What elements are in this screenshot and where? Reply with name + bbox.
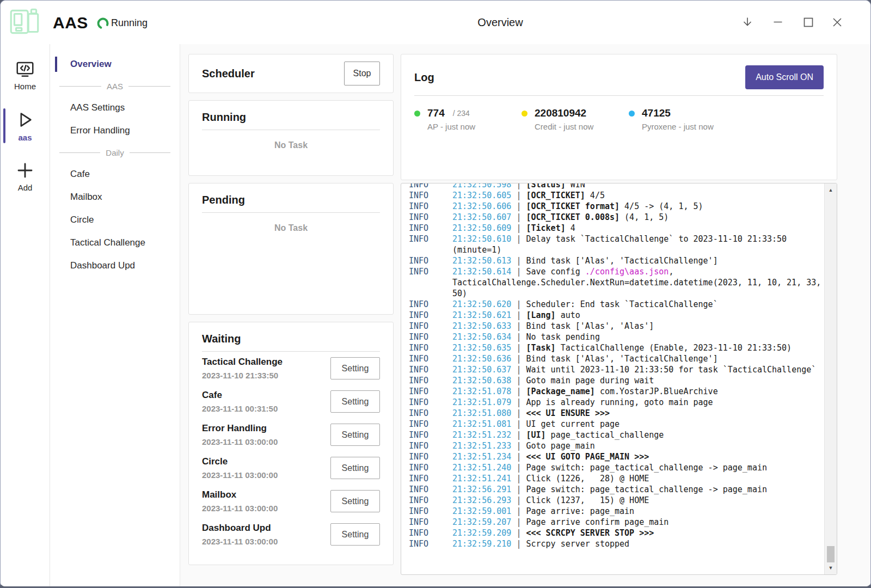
menu-item-tactical-challenge[interactable]: Tactical Challenge <box>50 231 180 254</box>
scheduler-stop-button[interactable]: Stop <box>344 62 380 85</box>
maximize-icon[interactable] <box>796 10 820 34</box>
menu-item-mailbox[interactable]: Mailbox <box>50 186 180 209</box>
menu-item-overview[interactable]: Overview <box>50 53 180 76</box>
log-separator: | <box>511 191 526 200</box>
menu-item-aas-settings[interactable]: AAS Settings <box>50 96 180 119</box>
running-spinner-icon <box>96 17 109 30</box>
log-entry: INFO21:32:51.081 | UI get current page <box>409 419 822 430</box>
rail-item-home[interactable]: Home <box>1 57 50 93</box>
scrollbar-up-icon[interactable]: ▲ <box>825 185 837 195</box>
log-text: [OCR_TICKET] <box>526 191 585 200</box>
config-menu: OverviewAASAAS SettingsError HandlingDai… <box>50 44 180 588</box>
log-entry: INFO21:32:59.209 | <<< SCRCPY SERVER STO… <box>409 528 822 538</box>
stat-value: 774 <box>427 107 445 119</box>
log-timestamp: 21:32:51.078 <box>452 387 511 396</box>
log-separator: | <box>511 321 526 331</box>
task-setting-button[interactable]: Setting <box>330 457 380 479</box>
log-timestamp: 21:32:50.636 <box>452 354 511 364</box>
log-timestamp: 21:32:50.613 <box>452 256 511 266</box>
task-setting-button[interactable]: Setting <box>330 357 380 379</box>
log-level: INFO <box>409 375 428 386</box>
scrollbar-thumb[interactable] <box>827 546 835 562</box>
rail-item-add[interactable]: Add <box>1 158 50 194</box>
log-text: 4 <box>566 223 575 233</box>
log-entry: INFO21:32:50.636 | Bind task ['Alas', 'T… <box>409 353 822 364</box>
stat-dot <box>414 111 420 117</box>
log-message: 21:32:51.233 | Goto page_main <box>452 441 595 451</box>
log-level: INFO <box>409 451 428 462</box>
download-update-icon[interactable] <box>735 10 759 34</box>
task-next-run: 2023-11-10 21:33:50 <box>202 371 283 380</box>
scheduler-card: Scheduler Stop <box>188 54 394 93</box>
log-text: WIN <box>566 183 585 189</box>
log-level: INFO <box>409 408 428 419</box>
active-indicator <box>3 108 5 143</box>
log-separator: | <box>511 463 526 473</box>
log-separator: | <box>511 256 526 266</box>
menu-item-label: Circle <box>70 215 94 225</box>
log-timestamp: 21:32:50.634 <box>452 332 511 342</box>
scheduler-title: Scheduler <box>202 68 255 80</box>
menu-item-circle[interactable]: Circle <box>50 209 180 231</box>
log-timestamp: 21:32:50.614 <box>452 267 511 277</box>
task-setting-button[interactable]: Setting <box>330 390 380 413</box>
log-separator: | <box>511 441 526 451</box>
waiting-task-row: Tactical Challenge2023-11-10 21:33:50Set… <box>202 352 380 385</box>
log-message: 21:32:59.207 | Page arrive confirm page_… <box>452 517 668 527</box>
home-icon <box>15 59 35 79</box>
log-text: Wait until 2023-11-10 21:33:50 for task … <box>526 365 816 375</box>
auto-scroll-toggle[interactable]: Auto Scroll ON <box>745 65 824 89</box>
log-text: TacticalChallenge (Enable, 2023-11-10 21… <box>556 343 792 353</box>
log-entry: INFO21:32:50.633 | Bind task ['Alas', 'A… <box>409 321 822 332</box>
log-message: 21:32:51.080 | <<< UI ENSURE >>> <box>452 408 610 418</box>
task-setting-button[interactable]: Setting <box>330 424 380 446</box>
scrollbar-down-icon[interactable]: ▼ <box>825 562 837 573</box>
log-message: 21:32:51.079 | App is already running, g… <box>452 397 713 407</box>
waiting-task-row: Circle2023-11-11 03:00:00Setting <box>202 451 380 485</box>
log-scrollbar[interactable]: ▲ ▼ <box>824 183 837 574</box>
log-separator: | <box>511 430 526 440</box>
menu-item-label: Cafe <box>70 169 90 180</box>
log-timestamp: 21:32:50.605 <box>452 191 511 200</box>
task-setting-button[interactable]: Setting <box>330 523 380 546</box>
log-level: INFO <box>409 299 428 310</box>
log-level: INFO <box>409 190 428 201</box>
menu-item-error-handling[interactable]: Error Handling <box>50 119 180 142</box>
waiting-task-row: Error Handling2023-11-11 03:00:00Setting <box>202 418 380 451</box>
minimize-icon[interactable] <box>766 10 790 34</box>
log-text: [Lang] <box>526 310 555 320</box>
log-separator: | <box>511 223 526 233</box>
log-separator: | <box>511 354 526 364</box>
log-message: 21:32:50.636 | Bind task ['Alas', 'Tacti… <box>452 354 718 364</box>
log-message: 21:32:51.078 | [Package_name] com.Yostar… <box>452 387 718 396</box>
rail-item-aas[interactable]: aas <box>1 107 50 144</box>
task-setting-button[interactable]: Setting <box>330 490 380 512</box>
menu-item-dashboard-upd[interactable]: Dashboard Upd <box>50 254 180 277</box>
log-timestamp: 21:32:51.233 <box>452 441 511 451</box>
log-separator: | <box>511 201 526 211</box>
menu-section-label: AAS <box>107 82 123 91</box>
task-info: Circle2023-11-11 03:00:00 <box>202 456 278 480</box>
log-level: INFO <box>409 353 428 364</box>
log-entry: INFO21:32:51.241 | Click (1226, 28) @ HO… <box>409 473 822 484</box>
log-entry: INFO21:32:59.210 | Scrcpy server stopped <box>409 538 822 549</box>
waiting-task-list: Tactical Challenge2023-11-10 21:33:50Set… <box>202 352 380 551</box>
log-timestamp: 21:32:51.232 <box>452 430 511 440</box>
log-separator: | <box>511 376 526 385</box>
log-message: 21:32:50.620 | Scheduler: End task `Tact… <box>452 299 718 309</box>
menu-item-label: Tactical Challenge <box>70 237 145 248</box>
log-timestamp: 21:32:59.210 <box>452 539 511 549</box>
log-entry: INFO21:32:50.610 | Delay task `TacticalC… <box>409 234 822 255</box>
log-timestamp: 21:32:51.240 <box>452 463 511 473</box>
log-separator: | <box>511 506 526 516</box>
task-info: Tactical Challenge2023-11-10 21:33:50 <box>202 357 283 380</box>
plus-icon <box>15 161 35 180</box>
log-entry: INFO21:32:51.233 | Goto page_main <box>409 440 822 451</box>
log-entry: INFO21:32:56.293 | Click (1237, 15) @ HO… <box>409 495 822 506</box>
log-timestamp: 21:32:59.001 <box>452 506 511 516</box>
log-level: INFO <box>409 419 428 430</box>
log-level: INFO <box>409 506 428 517</box>
log-text: Scheduler: End task `TacticalChallenge` <box>526 299 717 309</box>
close-icon[interactable] <box>825 10 849 34</box>
menu-item-cafe[interactable]: Cafe <box>50 163 180 186</box>
